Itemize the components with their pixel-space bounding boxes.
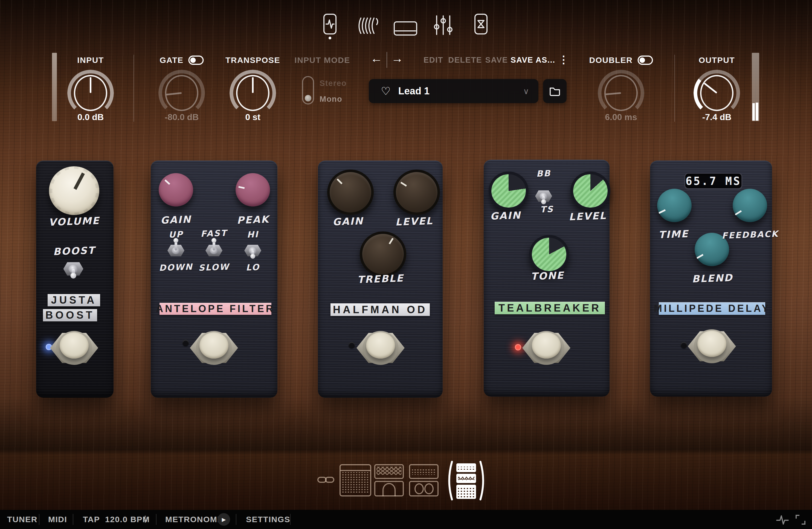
stepper-down-icon[interactable]: ∨ bbox=[143, 519, 147, 523]
millipede-time-knob[interactable] bbox=[657, 189, 692, 222]
halfman-footswitch[interactable] bbox=[357, 327, 405, 368]
rig-full-stack-button-selected[interactable] bbox=[445, 460, 487, 502]
rig-link-button[interactable] bbox=[317, 474, 335, 487]
tab-reverb[interactable] bbox=[355, 13, 380, 38]
antelope-fast-label: FAST bbox=[201, 228, 227, 238]
justa-strip-2: BOOST bbox=[43, 309, 97, 321]
antelope-down-label: DOWN bbox=[159, 262, 193, 273]
preset-next-button[interactable]: → bbox=[391, 52, 403, 65]
amp-icon bbox=[393, 21, 418, 36]
bpm-stepper[interactable]: ∧ ∨ bbox=[143, 515, 147, 523]
antelope-peak-label: PEAK bbox=[237, 214, 270, 226]
rig-head-combo-a-button[interactable] bbox=[374, 464, 404, 498]
tealbreaker-mode-switch[interactable] bbox=[534, 187, 553, 205]
tuner-button[interactable]: TUNER bbox=[7, 515, 38, 524]
transpose-knob[interactable] bbox=[230, 70, 276, 116]
favorite-heart-icon[interactable]: ♡ bbox=[381, 85, 391, 97]
tab-amp[interactable] bbox=[393, 16, 418, 41]
output-value: -7.4 dB bbox=[702, 112, 731, 122]
tab-utility[interactable] bbox=[468, 12, 494, 37]
rig-head-combo-b-button[interactable] bbox=[409, 464, 439, 498]
justa-volume-knob[interactable] bbox=[49, 166, 99, 215]
preset-selector[interactable]: ♡ Lead 1 ∨ bbox=[369, 79, 538, 103]
bottom-bar: TUNER MIDI TAP 120.0 BPM ∧ ∨ METRONOME ▶… bbox=[0, 510, 812, 529]
preset-edit-button[interactable]: EDIT bbox=[423, 56, 443, 64]
metronome-button[interactable]: METRONOME bbox=[165, 515, 223, 524]
tealbreaker-gain-label: GAIN bbox=[490, 209, 521, 222]
transpose-label: TRANSPOSE bbox=[226, 56, 280, 65]
millipede-feedback-knob[interactable] bbox=[733, 189, 767, 222]
pedal-tealbreaker: BB TS GAIN LEVEL TONE TEALBREAKER bbox=[484, 160, 610, 397]
tealbreaker-tone-knob[interactable] bbox=[529, 235, 569, 274]
divider bbox=[39, 514, 39, 525]
gate-toggle[interactable] bbox=[188, 56, 204, 65]
settings-button[interactable]: SETTINGS bbox=[246, 515, 290, 524]
preset-save-button[interactable]: SAVE bbox=[485, 56, 508, 64]
preset-folder-button[interactable] bbox=[543, 79, 567, 103]
rig-cab-button[interactable] bbox=[339, 464, 372, 498]
amp-head-speakers-combo-icon bbox=[409, 464, 439, 497]
antelope-slow-label: SLOW bbox=[198, 262, 230, 273]
amp-head-lattice-combo-icon bbox=[374, 464, 404, 497]
tap-tempo-button[interactable]: TAP bbox=[83, 515, 100, 524]
doubler-knob[interactable] bbox=[598, 70, 644, 116]
preset-prev-button[interactable]: ← bbox=[371, 52, 382, 65]
pedal-antelope-filter: GAIN PEAK UP DOWN FAST SLOW HI LO ANTELO… bbox=[151, 161, 277, 398]
halfman-level-label: LEVEL bbox=[395, 215, 433, 228]
output-knob[interactable] bbox=[694, 70, 740, 116]
antelope-lo-label: LO bbox=[246, 262, 260, 273]
pedal-justa-boost: VOLUME BOOST JUSTA BOOST bbox=[36, 161, 114, 398]
antelope-led bbox=[183, 340, 189, 346]
tab-stompbox[interactable] bbox=[317, 12, 343, 37]
millipede-blend-label: BLEND bbox=[692, 272, 733, 284]
tealbreaker-ts-label: TS bbox=[540, 204, 554, 215]
input-knob[interactable] bbox=[67, 70, 114, 116]
input-mode-option-stereo[interactable]: Stereo bbox=[320, 79, 347, 88]
midi-button[interactable]: MIDI bbox=[48, 515, 67, 524]
halfman-gain-label: GAIN bbox=[332, 215, 364, 227]
justa-volume-label: VOLUME bbox=[48, 215, 100, 228]
spring-reverb-icon bbox=[357, 16, 378, 35]
output-label: OUTPUT bbox=[699, 56, 735, 65]
antelope-gain-knob[interactable] bbox=[159, 173, 193, 206]
antelope-direction-switch[interactable] bbox=[166, 242, 186, 259]
doubler-value: 6.00 ms bbox=[605, 112, 637, 122]
doubler-label: DOUBLER bbox=[589, 56, 633, 65]
cpu-meter-button[interactable] bbox=[776, 514, 789, 527]
justa-boost-switch-label: BOOST bbox=[53, 245, 95, 257]
halfman-led bbox=[349, 342, 355, 348]
antelope-range-switch[interactable] bbox=[243, 242, 263, 259]
transpose-value: 0 st bbox=[245, 112, 260, 122]
resize-button[interactable] bbox=[795, 514, 806, 526]
preset-delete-button[interactable]: DELETE bbox=[448, 56, 482, 64]
halfman-gain-knob[interactable] bbox=[327, 170, 374, 215]
tealbreaker-footswitch[interactable] bbox=[522, 327, 570, 368]
divider bbox=[290, 514, 291, 525]
antelope-speed-switch[interactable] bbox=[204, 242, 224, 259]
tab-eq[interactable] bbox=[431, 13, 456, 38]
tealbreaker-gain-knob[interactable] bbox=[489, 172, 528, 210]
input-label: INPUT bbox=[77, 56, 104, 65]
metronome-play-button[interactable]: ▶ bbox=[218, 513, 230, 526]
millipede-footswitch[interactable] bbox=[688, 326, 736, 367]
justa-footswitch[interactable] bbox=[50, 327, 98, 368]
antelope-peak-knob[interactable] bbox=[235, 173, 270, 206]
pulse-icon bbox=[776, 514, 789, 526]
doubler-toggle[interactable] bbox=[637, 56, 653, 65]
chevron-down-icon: ∨ bbox=[523, 86, 529, 96]
utility-hourglass-icon bbox=[473, 13, 490, 36]
preset-save-as-button[interactable]: SAVE AS... bbox=[510, 56, 555, 64]
gate-knob[interactable] bbox=[158, 70, 205, 116]
tealbreaker-level-knob[interactable] bbox=[570, 172, 610, 210]
gate-label: GATE bbox=[160, 56, 183, 65]
preset-menu-button[interactable]: ⋮ bbox=[559, 54, 569, 65]
halfman-treble-knob[interactable] bbox=[360, 231, 406, 277]
halfman-level-knob[interactable] bbox=[393, 170, 440, 215]
input-mode-toggle[interactable] bbox=[302, 76, 314, 104]
divider bbox=[156, 514, 157, 525]
input-mode-option-mono[interactable]: Mono bbox=[320, 94, 342, 104]
antelope-footswitch[interactable] bbox=[190, 327, 238, 368]
pedal-halfman-od: GAIN LEVEL TREBLE HALFMAN OD bbox=[318, 161, 443, 398]
justa-boost-switch[interactable] bbox=[62, 259, 85, 279]
pedal-millipede-delay: 65.7 MS TIME FEEDBACK BLEND MILLIPEDE DE… bbox=[650, 161, 772, 397]
